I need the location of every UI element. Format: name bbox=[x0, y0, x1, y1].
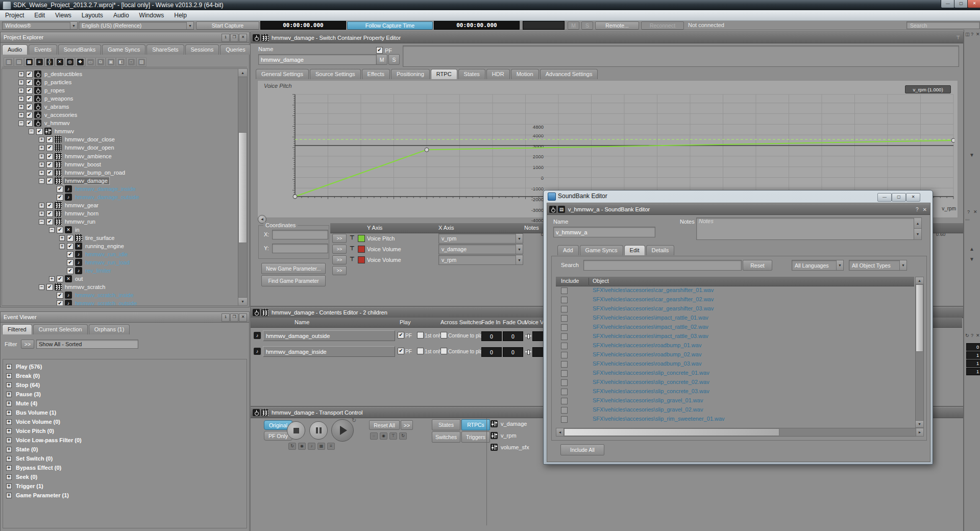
include-checkbox[interactable] bbox=[561, 416, 568, 423]
tree-item-label[interactable]: tire_surface bbox=[84, 234, 116, 242]
tree-item-label[interactable]: rev_limiter bbox=[84, 267, 113, 274]
expand-all-icon[interactable]: ▨ bbox=[136, 57, 146, 67]
tree-item-label[interactable]: hmmwv_damage_inside bbox=[74, 185, 137, 192]
child-name-cell[interactable]: hmmwv_damage_outside bbox=[263, 330, 395, 341]
tree-scrollbar-thumb[interactable] bbox=[238, 132, 247, 243]
expand-icon[interactable]: + bbox=[18, 80, 24, 85]
expand-icon[interactable]: + bbox=[18, 104, 24, 110]
collapse-icon[interactable]: − bbox=[29, 129, 34, 134]
close-panel-button[interactable]: ✕ bbox=[239, 34, 247, 42]
grid-view-icon[interactable]: ▦ bbox=[24, 57, 34, 67]
tree-item-label[interactable]: hmmwv_scratch bbox=[63, 283, 107, 291]
tree-item-checkbox[interactable]: ✔ bbox=[57, 194, 63, 201]
include-checkbox[interactable] bbox=[561, 370, 568, 377]
game-object-icon[interactable]: ▦ bbox=[317, 443, 325, 450]
include-checkbox[interactable] bbox=[561, 389, 568, 395]
soundbank-object-row[interactable]: SFX\vehicles\accesories\slip_concrete_03… bbox=[556, 387, 914, 396]
tree-item-label[interactable]: hmmwv_door_close bbox=[63, 136, 116, 143]
include-all-button[interactable]: Include All bbox=[560, 444, 604, 455]
soundbank-object-row[interactable]: SFX\vehicles\accesories\car_gearshifter_… bbox=[556, 295, 914, 304]
soundbank-close-button[interactable]: ✕ bbox=[906, 193, 920, 202]
tree-item-checkbox[interactable]: ✔ bbox=[67, 268, 74, 274]
tab-states[interactable]: States bbox=[458, 69, 485, 79]
soundbank-object-row[interactable]: SFX\vehicles\accesories\roadbump_03.wav bbox=[556, 359, 914, 369]
project-explorer-titlebar[interactable]: Project Explorer bbox=[1, 32, 249, 43]
master-mute-button[interactable]: M bbox=[568, 21, 579, 30]
refresh-icon[interactable]: ↻ bbox=[965, 333, 969, 338]
tree-item-label[interactable]: p_weapons bbox=[43, 95, 75, 102]
solo-icon[interactable]: ◉ bbox=[380, 432, 387, 440]
physical-folder-icon[interactable]: ▥ bbox=[4, 57, 14, 67]
master-solo-button[interactable]: S bbox=[581, 21, 593, 30]
loop-playback-icon[interactable]: ↻ bbox=[288, 443, 296, 450]
close-view-icon[interactable]: ✕ bbox=[55, 57, 65, 67]
help-icon[interactable]: ? bbox=[916, 207, 919, 212]
event-action-row[interactable]: +Set Switch (0) bbox=[6, 455, 53, 462]
expand-icon[interactable]: + bbox=[49, 276, 55, 282]
scroll-down-icon[interactable]: ▼ bbox=[238, 297, 248, 306]
object-path-link[interactable]: SFX\vehicles\accesories\slip_concrete_01… bbox=[593, 370, 709, 376]
tree-row[interactable]: ✔♪hmmwv_run_load bbox=[2, 258, 237, 267]
tree-row[interactable]: +✔tire_surface bbox=[2, 234, 237, 242]
scroll-up-icon[interactable]: ▲ bbox=[915, 277, 924, 284]
remote-button[interactable]: Remote... bbox=[595, 21, 639, 30]
soundbank-object-row[interactable]: SFX\vehicles\accesories\roadbump_01.wav bbox=[556, 341, 914, 350]
tree-item-label[interactable]: p_destructibles bbox=[43, 70, 84, 78]
tree-item-checkbox[interactable]: ✔ bbox=[26, 71, 33, 78]
tree-item-label[interactable]: hmmwv_bump_on_road bbox=[63, 169, 127, 176]
object-path-link[interactable]: SFX\vehicles\accesories\slip_concrete_02… bbox=[593, 379, 709, 385]
tree-row[interactable]: +✔p_weapons bbox=[2, 94, 237, 103]
tree-item-checkbox[interactable]: ✔ bbox=[67, 259, 74, 266]
close-icon[interactable]: ✕ bbox=[976, 32, 980, 37]
tree-item-checkbox[interactable]: ✔ bbox=[46, 219, 53, 225]
expand-icon[interactable]: + bbox=[6, 419, 12, 425]
soundbank-object-row[interactable]: SFX\vehicles\accesories\car_gearshifter_… bbox=[556, 286, 914, 295]
tree-item-label[interactable]: v_hmmwv bbox=[43, 119, 71, 127]
tree-row[interactable]: +✔✕running_engine bbox=[2, 242, 237, 250]
include-checkbox[interactable] bbox=[561, 343, 568, 349]
tree-item-checkbox[interactable]: ✔ bbox=[46, 144, 53, 151]
minimize-button[interactable]: — bbox=[941, 0, 955, 8]
include-checkbox[interactable] bbox=[561, 352, 568, 358]
expand-icon[interactable]: + bbox=[18, 71, 24, 77]
soundbank-object-row[interactable]: SFX\vehicles\accesories\impact_rattle_01… bbox=[556, 313, 914, 323]
expand-icon[interactable]: + bbox=[39, 170, 44, 176]
expand-icon[interactable]: + bbox=[39, 203, 44, 208]
notes-scroll-down-icon[interactable]: ▼ bbox=[914, 228, 922, 240]
unpin-icon[interactable]: ⊤ bbox=[956, 35, 960, 40]
object-type-filter-dropdown[interactable]: All Object Types▼ bbox=[849, 260, 907, 271]
tree-row[interactable]: +✔hmmwv_bump_on_road bbox=[2, 168, 237, 177]
tree-row[interactable]: +✔hmmwv_gear bbox=[2, 201, 237, 209]
first-only-checkbox[interactable] bbox=[417, 332, 424, 339]
platform-selector[interactable]: Windows®▼ bbox=[2, 21, 78, 30]
object-path-link[interactable]: SFX\vehicles\accesories\car_gearshifter_… bbox=[593, 287, 714, 293]
expand-icon[interactable]: + bbox=[6, 382, 12, 388]
filter-expand-button[interactable]: >> bbox=[21, 340, 34, 349]
tree-item-label[interactable]: p_particles bbox=[43, 79, 73, 86]
tree-item-checkbox[interactable]: ✔ bbox=[46, 284, 53, 291]
object-path-link[interactable]: SFX\vehicles\accesories\slip_gravel_01.w… bbox=[593, 397, 703, 403]
expand-icon[interactable]: + bbox=[6, 364, 12, 370]
tab-orphans-1-[interactable]: Orphans (1) bbox=[89, 324, 130, 334]
expand-icon[interactable]: + bbox=[39, 145, 44, 151]
pf-checkbox[interactable]: ✔ bbox=[398, 332, 404, 339]
tree-item-checkbox[interactable]: ✔ bbox=[46, 202, 53, 209]
follow-capture-time-button[interactable]: Follow Capture Time bbox=[347, 21, 433, 30]
tab-add[interactable]: Add bbox=[557, 245, 579, 255]
tree-item-checkbox[interactable]: ✔ bbox=[46, 210, 53, 217]
expand-icon[interactable]: + bbox=[59, 235, 65, 241]
list-view-icon[interactable]: ≡ bbox=[34, 57, 44, 67]
tree-item-checkbox[interactable]: ✔ bbox=[67, 251, 74, 258]
collapse-icon[interactable]: − bbox=[49, 227, 55, 233]
tree-item-checkbox[interactable]: ✔ bbox=[36, 128, 43, 135]
schematic-view-icon[interactable]: ╬ bbox=[44, 57, 55, 67]
include-checkbox[interactable] bbox=[561, 297, 568, 303]
play-button[interactable] bbox=[331, 419, 354, 442]
soundbank-editor-window[interactable]: SoundBank Editor —▢✕ ▤ v_hmmwv_a - Sound… bbox=[543, 190, 933, 465]
expand-icon[interactable]: + bbox=[39, 137, 44, 142]
tab-motion[interactable]: Motion bbox=[511, 69, 539, 79]
mute-icon[interactable]: ◌ bbox=[370, 432, 378, 440]
close-icon[interactable]: ✕ bbox=[973, 209, 977, 214]
collapse-icon[interactable]: − bbox=[39, 284, 44, 290]
notes-field[interactable] bbox=[403, 45, 959, 67]
